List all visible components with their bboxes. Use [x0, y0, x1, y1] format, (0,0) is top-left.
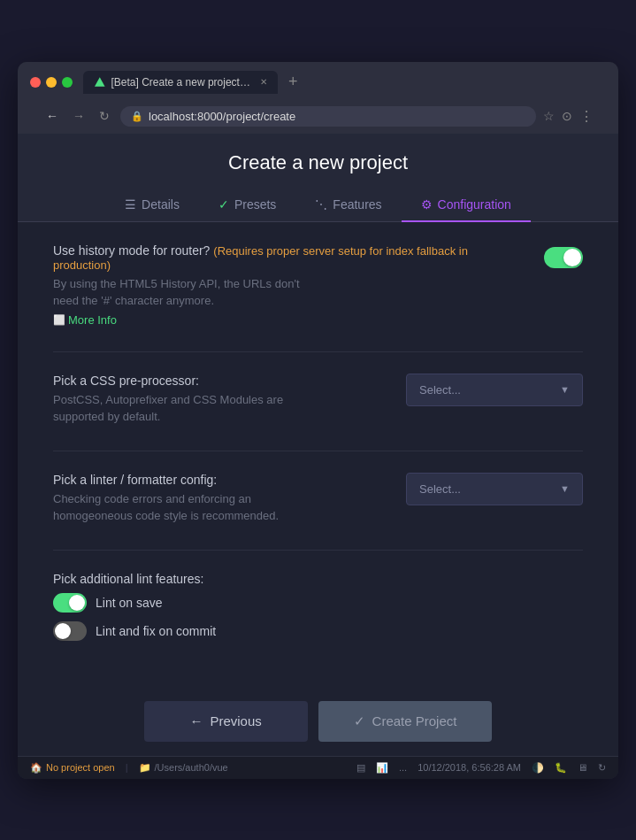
external-link-icon: ⬜ — [53, 314, 65, 326]
lint-features-label: Pick additional lint features: — [53, 572, 583, 586]
css-preprocessor-section: Pick a CSS pre-processor: PostCSS, Autop… — [53, 374, 583, 426]
tabs-navigation: ☰ Details ✓ Presets ⋱ Features ⚙ Configu… — [18, 189, 618, 222]
history-mode-row: Use history mode for router? (Requires p… — [53, 243, 583, 327]
folder-icon: 📁 — [139, 762, 151, 774]
linter-label: Pick a linter / formatter config: — [53, 473, 301, 487]
presets-tab-label: Presets — [234, 197, 276, 212]
linter-section: Pick a linter / formatter config: Checki… — [53, 473, 583, 525]
chart-icon: 📊 — [376, 762, 388, 774]
status-bug-icon: 🐛 — [555, 762, 567, 774]
features-tab-label: Features — [333, 197, 381, 212]
app-content: Create a new project ☰ Details ✓ Presets… — [18, 134, 618, 779]
divider-1 — [53, 351, 583, 352]
history-mode-label: Use history mode for router? (Requires p… — [53, 243, 526, 272]
forward-button[interactable]: → — [69, 107, 88, 125]
maximize-button[interactable] — [62, 77, 73, 88]
css-preprocessor-chevron-icon: ▼ — [560, 384, 570, 395]
address-bar-row: ← → ↻ 🔒 localhost:8000/project/create ☆ … — [30, 101, 606, 134]
new-tab-button[interactable]: + — [283, 73, 303, 91]
divider-3 — [53, 550, 583, 551]
app-header: Create a new project ☰ Details ✓ Presets… — [18, 134, 618, 222]
tab-close-icon[interactable]: ✕ — [260, 77, 267, 87]
bookmark-icon[interactable]: ☆ — [543, 109, 555, 123]
status-bar: 🏠 No project open | 📁 /Users/auth0/vue ▤… — [18, 756, 618, 779]
css-preprocessor-row: Pick a CSS pre-processor: PostCSS, Autop… — [53, 374, 583, 426]
tab-bar: [Beta] Create a new project - V ✕ + — [83, 71, 303, 94]
lint-on-save-toggle[interactable] — [53, 593, 87, 613]
history-mode-desc-text: By using the HTML5 History API, the URLs… — [53, 275, 301, 310]
linter-description: Pick a linter / formatter config: Checki… — [53, 473, 301, 525]
status-chart-icon: 📊 — [376, 762, 388, 774]
linter-desc-text: Checking code errors and enforcing an ho… — [53, 490, 301, 525]
previous-arrow-icon: ← — [189, 713, 203, 728]
terminal-icon: ▤ — [356, 762, 365, 774]
previous-label: Previous — [210, 713, 261, 728]
status-folder: 📁 /Users/auth0/vue — [139, 762, 228, 774]
tab-details[interactable]: ☰ Details — [105, 189, 199, 222]
traffic-lights — [30, 77, 73, 88]
form-content: Use history mode for router? (Requires p… — [18, 222, 618, 687]
more-info-label: More Info — [68, 313, 117, 327]
css-preprocessor-select-box[interactable]: Select... ▼ — [406, 374, 583, 406]
back-button[interactable]: ← — [42, 107, 62, 125]
tab-configuration[interactable]: ⚙ Configuration — [402, 189, 531, 222]
details-tab-label: Details — [142, 197, 180, 212]
tab-presets[interactable]: ✓ Presets — [199, 189, 295, 222]
minimize-button[interactable] — [46, 77, 57, 88]
url-text: localhost:8000/project/create — [149, 110, 525, 123]
status-moon-icon: 🌓 — [532, 762, 544, 774]
status-ellipsis: ... — [399, 762, 407, 773]
linter-chevron-icon: ▼ — [560, 483, 570, 494]
tab-title: [Beta] Create a new project - V — [111, 76, 251, 89]
status-refresh-icon: ↻ — [598, 762, 606, 774]
css-preprocessor-desc-text: PostCSS, Autoprefixer and CSS Modules ar… — [53, 391, 301, 426]
history-mode-toggle[interactable] — [544, 247, 583, 268]
lint-on-save-label: Lint on save — [96, 596, 163, 610]
browser-tab[interactable]: [Beta] Create a new project - V ✕ — [83, 71, 278, 94]
address-input[interactable]: 🔒 localhost:8000/project/create — [120, 106, 536, 127]
css-preprocessor-select[interactable]: Select... ▼ — [406, 374, 583, 406]
css-preprocessor-description: Pick a CSS pre-processor: PostCSS, Autop… — [53, 374, 301, 426]
status-screen-icon: 🖥 — [578, 762, 587, 773]
configuration-tab-icon: ⚙ — [421, 197, 433, 212]
menu-icon[interactable]: ⋮ — [579, 108, 594, 125]
presets-tab-icon: ✓ — [218, 197, 229, 212]
history-mode-section: Use history mode for router? (Requires p… — [53, 243, 583, 327]
close-button[interactable] — [30, 77, 41, 88]
more-info-link[interactable]: ⬜ More Info — [53, 313, 117, 327]
history-mode-description: Use history mode for router? (Requires p… — [53, 243, 526, 327]
linter-row: Pick a linter / formatter config: Checki… — [53, 473, 583, 525]
lock-icon: 🔒 — [131, 111, 143, 122]
lint-on-commit-option: Lint and fix on commit — [53, 621, 583, 641]
reload-button[interactable]: ↻ — [96, 107, 113, 125]
linter-select-box[interactable]: Select... ▼ — [406, 473, 583, 505]
folder-path: /Users/auth0/vue — [155, 762, 228, 773]
create-check-icon: ✓ — [354, 713, 365, 729]
tab-features[interactable]: ⋱ Features — [295, 189, 401, 222]
browser-window: [Beta] Create a new project - V ✕ + ← → … — [18, 62, 618, 779]
status-terminal-icon: ▤ — [356, 762, 365, 774]
extension-icon[interactable]: ⊙ — [562, 109, 572, 123]
page-title: Create a new project — [18, 151, 618, 174]
lint-on-commit-toggle[interactable] — [53, 621, 87, 641]
divider-2 — [53, 451, 583, 451]
previous-button[interactable]: ← Previous — [144, 701, 308, 742]
lint-features-section: Pick additional lint features: Lint on s… — [53, 572, 583, 641]
status-separator-1: | — [126, 762, 128, 773]
browser-controls: [Beta] Create a new project - V ✕ + — [30, 71, 606, 94]
tab-favicon-icon — [94, 76, 106, 89]
linter-placeholder: Select... — [419, 482, 461, 496]
css-preprocessor-placeholder: Select... — [419, 383, 461, 397]
status-home: 🏠 No project open — [30, 762, 115, 774]
lint-options-list: Lint on save Lint and fix on commit — [53, 593, 583, 641]
linter-select[interactable]: Select... ▼ — [406, 473, 583, 505]
features-tab-icon: ⋱ — [315, 197, 327, 212]
configuration-tab-label: Configuration — [438, 197, 511, 212]
create-project-button[interactable]: ✓ Create Project — [318, 701, 493, 742]
svg-marker-0 — [95, 77, 105, 87]
status-datetime: 10/12/2018, 6:56:28 AM — [418, 762, 521, 773]
css-preprocessor-label: Pick a CSS pre-processor: — [53, 374, 301, 388]
create-label: Create Project — [372, 713, 457, 728]
lint-on-save-option: Lint on save — [53, 593, 583, 613]
details-tab-icon: ☰ — [125, 197, 136, 212]
